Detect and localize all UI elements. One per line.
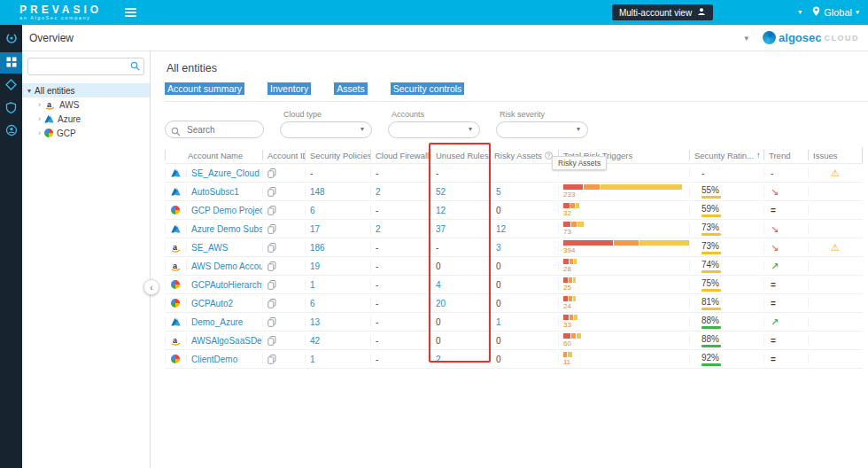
table-row: Azure Demo Subscriptio17237127373%↘ (165, 220, 863, 238)
trend-none-icon: - (771, 168, 773, 178)
security-policies-value[interactable]: 1 (310, 355, 315, 364)
multi-account-view-button[interactable]: Multi-account view (612, 4, 713, 20)
security-policies-value[interactable]: 148 (310, 187, 325, 197)
cloud-firewalls-value[interactable]: 2 (376, 224, 381, 234)
sidebar-item-dashboard[interactable] (0, 52, 22, 74)
risk-segment-red (563, 259, 569, 264)
risk-segment-orange (614, 240, 639, 246)
account-name-link[interactable]: Demo_Azure (191, 317, 243, 327)
copy-icon[interactable] (267, 280, 276, 290)
unused-rules-value[interactable]: 4 (436, 280, 441, 290)
unused-rules-value[interactable]: 20 (436, 299, 446, 308)
expand-icon[interactable]: › (38, 100, 41, 109)
copy-icon[interactable] (267, 299, 276, 308)
account-name-link[interactable]: GCP Demo Project (191, 206, 262, 215)
account-name-link[interactable]: ClientDemo (191, 355, 237, 364)
unused-rules-value[interactable]: 37 (436, 224, 446, 234)
col-security-policies[interactable]: Security Policies (305, 147, 370, 163)
col-unused-rules[interactable]: Unused Rules (430, 147, 489, 163)
col-risky-assets[interactable]: Risky Assets? (489, 147, 558, 163)
prevasio-logo: PREVASIO an AlgoSec company (19, 4, 102, 20)
sidebar-item-profile[interactable] (0, 121, 22, 143)
account-name-link[interactable]: GCPAutoHierarchy (191, 280, 262, 290)
col-account-name[interactable]: Account Name (165, 147, 262, 163)
copy-icon[interactable] (267, 206, 276, 215)
menu-icon[interactable] (125, 8, 136, 17)
account-name-link[interactable]: SE_Azure_Cloud (191, 168, 260, 178)
accounts-select[interactable]: ▾ (388, 121, 480, 138)
copy-icon[interactable] (267, 224, 276, 234)
account-name-cell: GCPAuto2 (186, 294, 262, 312)
warning-icon: ⚠ (831, 242, 840, 254)
tab-inventory[interactable]: Inventory (267, 82, 311, 95)
unused-rules-value[interactable]: 2 (436, 355, 441, 364)
algosec-logo-text: algosec (779, 31, 821, 44)
account-name-link[interactable]: Azure Demo Subscriptio (191, 224, 262, 234)
grid-icon (6, 55, 17, 71)
account-name-link[interactable]: GCPAuto2 (191, 299, 233, 308)
region-selector[interactable]: Global ▾ (812, 6, 859, 19)
account-name-link[interactable]: AWSAlgoSaaSDevAccou (191, 336, 262, 346)
security-rating: 88% (701, 316, 721, 329)
security-policies-value[interactable]: 6 (310, 299, 315, 308)
risky-assets-value[interactable]: 12 (496, 224, 506, 234)
tree-item-gcp[interactable]: ›GCP (22, 126, 150, 140)
risky-assets-value[interactable]: 5 (496, 187, 501, 197)
copy-icon[interactable] (267, 355, 276, 364)
tree-items: ›aAWS›Azure›GCP (22, 98, 150, 140)
col-security-rating[interactable]: Security Ratin...↑ (689, 147, 763, 163)
security-policies-value[interactable]: 186 (310, 243, 325, 253)
cloud-type-select[interactable]: ▾ (280, 121, 372, 138)
user-menu-caret-icon[interactable]: ▾ (798, 9, 802, 16)
tree-root-all-entities[interactable]: ▾ All entities (22, 83, 150, 98)
tree-item-label: AWS (59, 100, 79, 110)
trend-flat-icon: = (771, 206, 776, 215)
security-policies-value[interactable]: 13 (310, 317, 320, 327)
account-name-link[interactable]: SE_AWS (191, 243, 228, 253)
account-name-link[interactable]: AWS Demo Account (191, 261, 262, 271)
tree-search-input[interactable] (27, 58, 144, 75)
trend-flat-icon: = (771, 336, 776, 346)
sidebar-item-home[interactable] (0, 29, 22, 51)
unused-rules-value[interactable]: 12 (436, 206, 446, 215)
risky-assets-value[interactable]: 3 (496, 243, 501, 253)
risk-severity-select[interactable]: ▾ (496, 121, 588, 138)
copy-icon[interactable] (267, 187, 276, 197)
collapse-panel-button[interactable]: ‹ (143, 279, 159, 295)
security-policies-value[interactable]: 42 (310, 336, 320, 346)
security-policies-value[interactable]: 19 (310, 261, 320, 271)
sidebar-item-assets[interactable] (0, 75, 22, 97)
col-issues[interactable]: Issues (808, 147, 863, 163)
security-policies-value[interactable]: 17 (310, 224, 320, 234)
tree-item-aws[interactable]: ›aAWS (22, 98, 150, 112)
copy-icon[interactable] (267, 336, 276, 346)
provider-cell: a (165, 257, 186, 275)
sidebar-item-security[interactable] (0, 98, 22, 120)
collapse-caret-icon[interactable]: ▾ (27, 87, 31, 95)
copy-icon[interactable] (267, 168, 276, 178)
col-cloud-firewalls[interactable]: Cloud Firewalls (370, 147, 430, 163)
col-trend[interactable]: Trend (763, 147, 808, 163)
expand-icon[interactable]: › (38, 114, 41, 123)
unused-rules-value[interactable]: 52 (436, 187, 446, 197)
risk-segment-red (563, 277, 568, 283)
copy-icon[interactable] (267, 261, 276, 271)
copy-icon[interactable] (267, 317, 276, 327)
security-policies-value[interactable]: 1 (310, 280, 315, 290)
overview-caret-icon[interactable]: ▾ (745, 34, 749, 43)
risky-assets-value[interactable]: 1 (496, 317, 501, 327)
tree-item-azure[interactable]: ›Azure (22, 112, 150, 126)
tab-assets[interactable]: Assets (334, 82, 368, 95)
security-policies-value[interactable]: 6 (310, 206, 315, 215)
copy-icon[interactable] (267, 243, 276, 253)
col-account-id[interactable]: Account ID (262, 147, 305, 163)
account-name-cell: SE_AWS (186, 238, 262, 256)
trend-flat-icon: = (771, 280, 776, 290)
cloud-type-filter: Cloud type ▾ (280, 110, 372, 138)
page-header: Overview ▾ algosec CLOUD (22, 25, 868, 51)
tab-account-summary[interactable]: Account summary (165, 82, 244, 95)
account-name-link[interactable]: AutoSubsc1 (191, 187, 239, 197)
cloud-firewalls-value[interactable]: 2 (376, 187, 381, 197)
expand-icon[interactable]: › (38, 129, 41, 137)
tab-security-controls[interactable]: Security controls (391, 82, 465, 95)
